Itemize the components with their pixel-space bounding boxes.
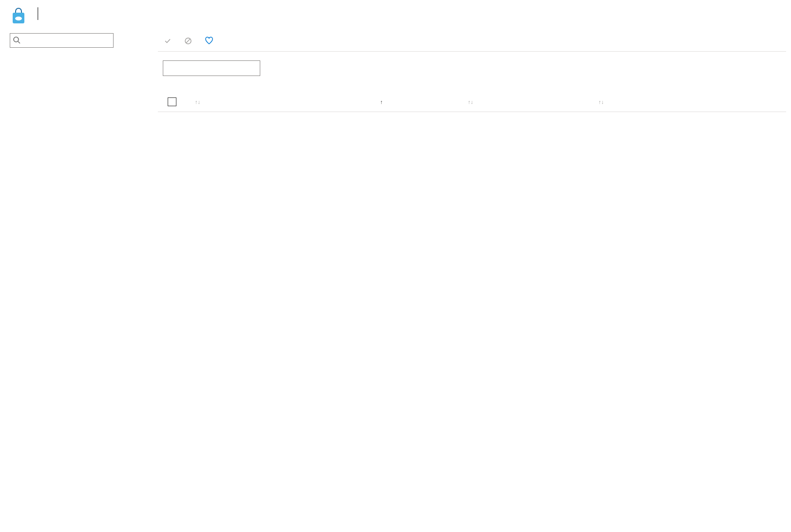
sidebar-search-input[interactable] xyxy=(10,33,114,48)
sort-icon: ↑↓ xyxy=(195,99,200,105)
images-table: ↑↓ ↑ ↑↓ ↑↓ xyxy=(158,92,786,112)
filter-bar xyxy=(158,52,786,82)
svg-line-3 xyxy=(18,41,20,43)
check-icon xyxy=(164,37,172,45)
disable-image-button[interactable] xyxy=(184,37,195,45)
showing-count xyxy=(158,82,786,92)
enable-image-button[interactable] xyxy=(164,37,174,45)
block-icon xyxy=(184,37,192,45)
col-header-status[interactable]: ↑ xyxy=(377,99,465,105)
col-header-os[interactable]: ↑↓ xyxy=(596,99,654,105)
title-separator: | xyxy=(36,5,39,20)
lab-account-icon xyxy=(10,8,27,25)
svg-point-1 xyxy=(15,17,22,20)
svg-line-5 xyxy=(186,39,190,43)
heart-icon xyxy=(205,37,213,45)
sort-icon: ↑↓ xyxy=(598,99,604,105)
sort-icon: ↑↓ xyxy=(468,99,473,105)
svg-point-2 xyxy=(14,37,19,42)
sort-asc-icon: ↑ xyxy=(380,99,383,105)
page-header: | xyxy=(0,0,791,30)
col-header-terms[interactable]: ↑↓ xyxy=(465,99,596,105)
feedback-button[interactable] xyxy=(205,37,216,45)
col-header-image[interactable]: ↑↓ xyxy=(192,99,377,105)
sidebar xyxy=(0,30,158,112)
filter-input[interactable] xyxy=(163,60,260,76)
select-all-checkbox[interactable] xyxy=(168,97,176,106)
main-content: ↑↓ ↑ ↑↓ ↑↓ xyxy=(158,30,791,112)
search-icon xyxy=(13,36,20,44)
table-header: ↑↓ ↑ ↑↓ ↑↓ xyxy=(158,92,786,112)
toolbar xyxy=(158,30,786,52)
